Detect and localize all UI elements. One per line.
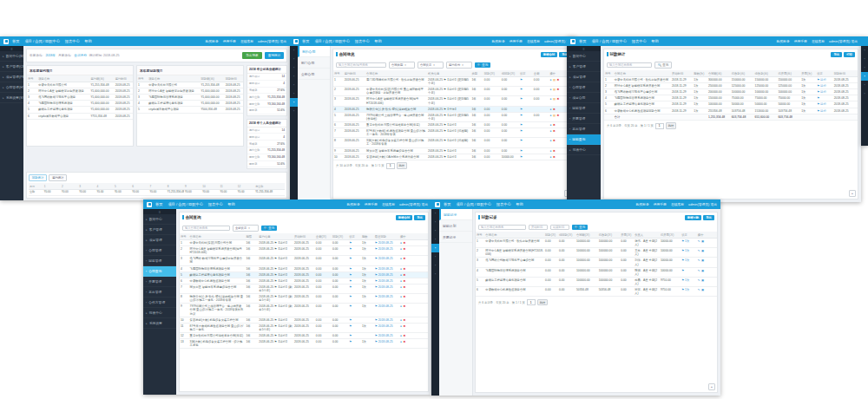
filter-part[interactable]: 统计时间: 2018-08-25 xyxy=(89,54,120,57)
edit-icon[interactable] xyxy=(698,249,700,252)
app-logo-icon[interactable] xyxy=(435,202,440,207)
delete-icon[interactable] xyxy=(553,155,556,159)
print-icon[interactable] xyxy=(553,97,556,101)
nav-user-menu-item[interactable]: admin(管理员) 退出 xyxy=(688,202,717,206)
user-icon[interactable] xyxy=(549,149,551,153)
rail-icon[interactable] xyxy=(290,107,298,115)
delete-icon[interactable] xyxy=(557,88,560,91)
print-icon[interactable] xyxy=(553,88,556,91)
rail-icon[interactable] xyxy=(431,218,439,226)
app-logo-icon[interactable] xyxy=(293,39,299,44)
table-row[interactable]: 82018-06-253项(大数) 机电设备安装工程合同 量山设计/施工 · 2… xyxy=(333,138,573,147)
delete-icon[interactable] xyxy=(404,285,406,289)
search-input[interactable] xyxy=(336,62,386,69)
search-button[interactable]: 🔍查询 xyxy=(654,62,672,69)
nav-menu-item[interactable]: 帮助 xyxy=(85,39,92,43)
table-row[interactable]: 2环球中心A座 智能楼宇定制开发项目¥1,000,000.002018-08-2… xyxy=(137,88,243,95)
table-row[interactable]: 102018-06-25集团总部(大数) OA协同办公系统升级合同2018-06… xyxy=(333,154,573,160)
nav-menu-item[interactable]: 首页 xyxy=(12,39,19,43)
nav-user-menu-item[interactable]: 购买服务 xyxy=(492,39,505,43)
filter-select[interactable]: 合同类型▾ xyxy=(389,62,415,69)
nav-user-menu-item[interactable]: 购买服务 xyxy=(777,39,790,43)
table-row[interactable]: 1中睿中天科技有限公司 · 软件定制开发合同0.000.00100000.001… xyxy=(476,239,717,248)
rail-icon[interactable] xyxy=(290,81,298,89)
table-row[interactable]: 1中睿中天科技有限公司 · 软件定制开发合同2018-11-291次300000… xyxy=(604,77,858,83)
nav-menu-item[interactable]: 报表中心 xyxy=(355,39,370,43)
table-row[interactable]: 42018-06-25物联云仓(介质·软件·硬件)采购框架合同2018-06-2… xyxy=(333,106,573,112)
table-row[interactable]: 5鑫顺达工程监理信息化项目合同2018-11-291次100000.005000… xyxy=(604,101,858,108)
back-to-top-button[interactable]: ▴ xyxy=(849,190,856,197)
delete-icon[interactable] xyxy=(404,304,406,308)
table-row[interactable]: 10集团总部(大数) 机电设备安装工程合同1年2018-06-25 ⚑【进行】2… xyxy=(180,317,428,323)
table-row[interactable]: 2环球中心A座 智能楼宇系统开发合同(编号 HT2018-006)1年2018-… xyxy=(180,246,428,256)
delete-icon[interactable] xyxy=(553,139,556,142)
user-icon[interactable] xyxy=(400,295,402,298)
rail-icon[interactable] xyxy=(290,72,298,81)
sidebar-item[interactable]: 回款查询 xyxy=(567,134,601,145)
filter-select[interactable]: 签约年份▾ xyxy=(446,62,472,69)
nav-user-menu-item[interactable]: admin(管理员) 退出 xyxy=(399,202,428,206)
nav-user-menu-item[interactable]: 使用手册 xyxy=(654,202,667,206)
nav-user-menu-item[interactable]: admin(管理员) 退出 xyxy=(829,39,858,43)
delete-icon[interactable] xyxy=(404,279,406,283)
table-row[interactable]: 4飞腾国际物流管理系统项目¥1,000,000.002018-08-25 xyxy=(27,101,133,107)
delete-icon[interactable] xyxy=(404,318,406,322)
table-row[interactable]: 6中睿数据中心机房改造项目合同1年2018-06-25 ⚑【进行】2018-06… xyxy=(180,278,428,284)
delete-icon[interactable] xyxy=(404,340,406,343)
nav-menu-item[interactable]: 首页 xyxy=(155,202,162,206)
sidebar-item[interactable]: 合同管理 xyxy=(567,82,601,93)
table-row[interactable]: 6citydo城市数据平台项目¥755,356.482018-08-25 xyxy=(27,113,133,119)
search-button[interactable]: 🔍查询 xyxy=(475,62,490,69)
table-row[interactable]: 52018-06-257979印刷公司上线管理平台 · 移动端开发合同(含运维)… xyxy=(333,112,573,121)
delete-icon[interactable] xyxy=(404,267,406,271)
sidebar-item[interactable]: 项目管理(PM) xyxy=(0,72,23,82)
rail-icon[interactable] xyxy=(290,63,298,72)
secondary-menu-item[interactable]: 部门合同 xyxy=(298,57,330,69)
nav-user-menu-item[interactable]: 使用手册 xyxy=(223,39,236,43)
sidebar-item[interactable]: 数据中心 xyxy=(143,214,176,225)
secondary-menu-item[interactable]: 开票记录 xyxy=(439,232,472,243)
user-icon[interactable] xyxy=(400,273,402,277)
app-logo-icon[interactable] xyxy=(147,202,152,207)
edit-icon[interactable] xyxy=(698,269,700,272)
user-icon[interactable] xyxy=(549,155,551,159)
sidebar-item[interactable]: 回款管理 xyxy=(567,103,601,114)
rail-icon[interactable] xyxy=(431,209,439,218)
table-row[interactable]: 3迅飞网络公司数据可视化平台建设合同0.000.00100000.0010000… xyxy=(476,258,717,267)
app-logo-icon[interactable] xyxy=(570,39,575,44)
delete-icon[interactable] xyxy=(557,97,560,101)
user-icon[interactable] xyxy=(400,267,402,271)
table-row[interactable]: 3迅飞网络数据可视化平台项目¥1,000,000.002018-08-25 xyxy=(27,95,133,101)
export-report-button[interactable]: 导出报表 xyxy=(242,52,261,59)
rail-icon[interactable] xyxy=(431,261,439,270)
table-row[interactable]: 1中睿中天科技(集团)有限公司合同1年2018-06-25 ⚑【进行】2018-… xyxy=(180,240,428,246)
user-icon[interactable] xyxy=(549,97,551,101)
nav-menu-item[interactable]: 项目 / 合同 / 回款中心 xyxy=(456,202,490,206)
table-row[interactable]: 4飞腾国际物流管理系统项目合同0.000.00100000.00100000.0… xyxy=(476,267,717,277)
sidebar-item[interactable]: 项目管理 xyxy=(567,72,601,82)
table-row[interactable]: 5鑫顺达工程监理信息化项目¥1,000,000.002018-08-25 xyxy=(27,107,133,113)
nav-menu-item[interactable]: 报表中心 xyxy=(632,39,647,43)
back-to-top-button[interactable]: ▴ xyxy=(708,383,715,390)
file-icon[interactable] xyxy=(701,269,704,272)
sidebar-item[interactable]: 开票管理 xyxy=(567,114,601,124)
delete-icon[interactable] xyxy=(553,149,556,153)
status-filter-select[interactable]: 全部状态▾ xyxy=(233,225,259,232)
sidebar-item[interactable]: 客户管理 xyxy=(567,62,601,72)
edit-icon[interactable] xyxy=(698,288,700,291)
table-row[interactable]: 8物联云仓(介质·软件·硬件)采购框架合同 量山设计/施工一体化 · 2018年… xyxy=(180,294,428,304)
nav-user-menu-item[interactable]: 在线客服 xyxy=(812,39,825,43)
filter-part[interactable]: 2018年 xyxy=(45,54,56,57)
header-action-button[interactable]: 导出 xyxy=(703,215,714,221)
table-row[interactable]: 92018-06-25同安片区 智能停车系统建设运营合同2018-06-25 ⚑… xyxy=(333,147,573,154)
table-row[interactable]: 2环球中心A座 智能楼宇系统开发合同(HT2018-006)0.000.0010… xyxy=(476,248,717,258)
rail-icon[interactable] xyxy=(431,252,439,261)
rail-icon[interactable] xyxy=(290,46,298,55)
table-row[interactable]: 4飞腾国际物流管理系统项目合同1年2018-06-25 ⚑【进行】2018-06… xyxy=(180,265,428,271)
delete-icon[interactable] xyxy=(557,114,560,117)
sidebar-item[interactable]: 支出管理 xyxy=(143,287,176,298)
app-logo-icon[interactable] xyxy=(3,39,9,44)
nav-user-menu-item[interactable]: 购买服务 xyxy=(347,202,360,206)
nav-user-menu-item[interactable]: 购买服务 xyxy=(206,39,219,43)
nav-menu-item[interactable]: 项目 / 合同 / 回款中心 xyxy=(24,39,59,43)
